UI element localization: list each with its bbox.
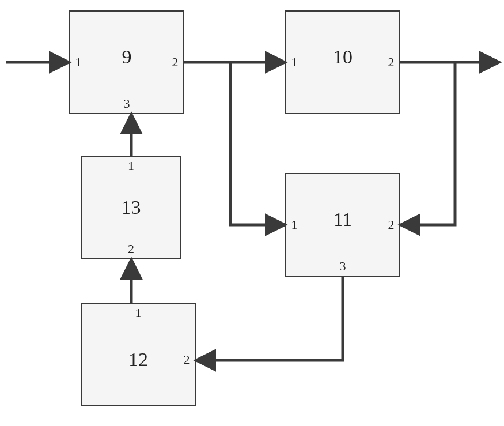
- block-13: 13 1 2: [81, 156, 181, 259]
- block-12: 12 1 2: [81, 303, 196, 406]
- block-12-port-2: 2: [184, 352, 190, 367]
- block-12-port-1: 1: [135, 306, 142, 321]
- block-13-port-2: 2: [128, 242, 134, 257]
- block-9-port-1: 1: [75, 55, 82, 70]
- block-10: 10 1 2: [285, 10, 400, 114]
- block-11-port-2: 2: [388, 217, 395, 232]
- block-11: 11 1 2 3: [285, 173, 400, 277]
- block-12-label: 12: [128, 349, 148, 371]
- edge-10-to-11: [401, 62, 455, 225]
- block-11-label: 11: [334, 209, 353, 231]
- block-10-label: 10: [333, 46, 353, 68]
- block-13-label: 13: [122, 197, 141, 218]
- block-10-port-1: 1: [291, 55, 298, 70]
- block-10-port-2: 2: [388, 55, 395, 70]
- edge-11-to-12: [197, 277, 343, 360]
- diagram-canvas: 9 1 2 3 10 1 2 11 1 2 3 12 1 2 13 1 2: [0, 0, 504, 426]
- edge-9-to-11: [230, 62, 284, 225]
- block-13-port-1: 1: [128, 159, 134, 174]
- block-11-port-3: 3: [340, 259, 346, 274]
- block-9: 9 1 2 3: [69, 10, 184, 114]
- block-9-label: 9: [122, 46, 132, 68]
- block-9-port-2: 2: [172, 55, 179, 70]
- block-11-port-1: 1: [291, 217, 298, 232]
- block-9-port-3: 3: [124, 96, 130, 111]
